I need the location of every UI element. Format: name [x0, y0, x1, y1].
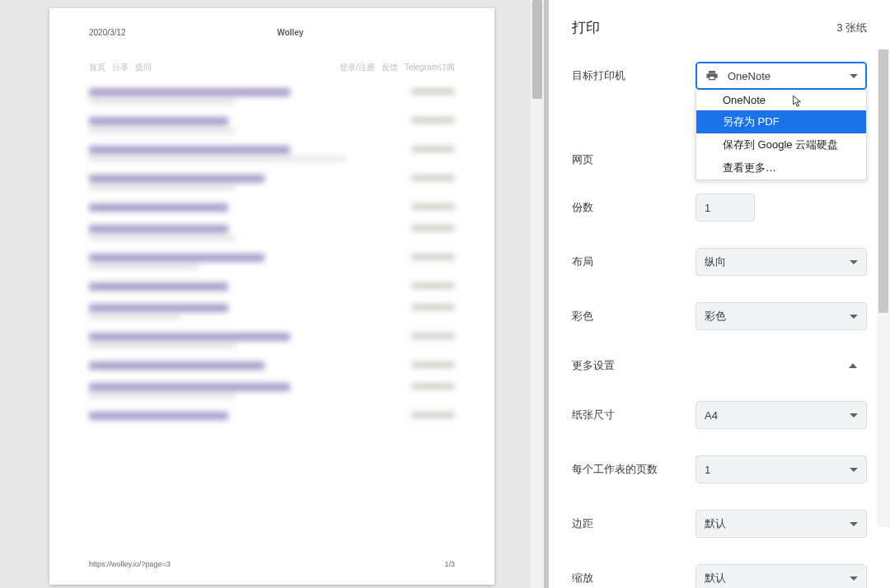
scale-select[interactable]: 默认	[696, 564, 867, 588]
dropdown-item-google-drive[interactable]: 保存到 Google 云端硬盘	[696, 133, 866, 156]
panel-heading: 打印	[572, 18, 600, 37]
page-date: 2020/3/12	[89, 28, 126, 37]
footer-page-number: 1/3	[444, 560, 455, 568]
color-label: 彩色	[572, 309, 696, 324]
layout-value: 纵向	[705, 254, 726, 269]
nav-feedback: 反馈	[382, 62, 398, 73]
caret-down-icon	[850, 576, 858, 581]
caret-down-icon	[850, 522, 858, 526]
footer-url: https://wolley.io/?page=3	[89, 560, 171, 568]
row-copies: 份数	[572, 180, 880, 235]
blurred-content	[89, 88, 455, 420]
nav-telegram: Telegram订阅	[405, 62, 455, 73]
copies-label: 份数	[572, 200, 696, 215]
per-sheet-label: 每个工作表的页数	[572, 462, 696, 477]
preview-page: 2020/3/12 Wolley 首页 分享 提问 登录/注册 反馈 Teleg…	[49, 8, 494, 585]
dropdown-item-onenote[interactable]: OneNote	[696, 90, 866, 110]
margins-select[interactable]: 默认	[696, 510, 867, 538]
margins-value: 默认	[705, 516, 726, 531]
page-title: Wolley	[277, 28, 303, 37]
color-value: 彩色	[705, 309, 726, 324]
row-per-sheet: 每个工作表的页数 1	[572, 442, 880, 497]
nav-share: 分享	[112, 62, 129, 73]
destination-dropdown[interactable]: OneNote 另存为 PDF 保存到 Google 云端硬盘 查看更多…	[696, 90, 867, 180]
per-sheet-select[interactable]: 1	[696, 455, 867, 483]
row-paper: 纸张尺寸 A4	[572, 388, 880, 442]
row-destination: 目标打印机 OneNote OneNote 另存为 PDF 保存到 Google…	[572, 49, 880, 103]
more-settings-label: 更多设置	[572, 358, 615, 373]
dropdown-item-save-as-pdf[interactable]: 另存为 PDF	[696, 110, 866, 133]
caret-down-icon	[850, 260, 858, 264]
more-settings-toggle[interactable]: 更多设置	[572, 343, 880, 388]
panel-body: 目标打印机 OneNote OneNote 另存为 PDF 保存到 Google…	[549, 44, 890, 588]
printer-icon	[705, 69, 719, 82]
caret-down-icon	[850, 315, 858, 319]
panel-scrollbar-thumb[interactable]	[878, 49, 888, 313]
sheet-count: 3 张纸	[836, 21, 867, 35]
color-select[interactable]: 彩色	[696, 302, 867, 330]
layout-select[interactable]: 纵向	[696, 248, 867, 276]
paper-select[interactable]: A4	[696, 401, 867, 429]
panel-header: 打印 3 张纸	[549, 0, 890, 44]
layout-label: 布局	[572, 254, 696, 269]
caret-down-icon	[850, 74, 858, 78]
row-scale: 缩放 默认	[572, 551, 880, 588]
print-panel: 打印 3 张纸 目标打印机 OneNote OneNote 另存为 PDF 保存…	[549, 0, 890, 588]
caret-down-icon	[850, 413, 858, 418]
scale-label: 缩放	[572, 571, 696, 586]
preview-scrollbar-thumb[interactable]	[532, 0, 542, 99]
row-color: 彩色 彩色	[572, 289, 880, 343]
paper-value: A4	[705, 409, 718, 422]
scale-value: 默认	[705, 571, 726, 586]
panel-scrollbar[interactable]	[877, 49, 890, 527]
pages-label: 网页	[572, 152, 696, 167]
nav-ask: 提问	[135, 62, 152, 73]
nav-login: 登录/注册	[340, 62, 375, 73]
margins-label: 边距	[572, 516, 696, 531]
destination-select[interactable]: OneNote	[696, 62, 867, 90]
print-preview-pane: 2020/3/12 Wolley 首页 分享 提问 登录/注册 反馈 Teleg…	[0, 0, 544, 588]
dropdown-item-see-more[interactable]: 查看更多…	[696, 156, 866, 180]
page-nav: 首页 分享 提问 登录/注册 反馈 Telegram订阅	[89, 62, 455, 73]
per-sheet-value: 1	[705, 464, 710, 476]
chevron-up-icon	[849, 363, 857, 368]
row-margins: 边距 默认	[572, 497, 880, 551]
paper-label: 纸张尺寸	[572, 408, 696, 422]
nav-home: 首页	[89, 62, 105, 73]
copies-input[interactable]	[696, 194, 755, 222]
destination-label: 目标打印机	[572, 68, 696, 83]
row-layout: 布局 纵向	[572, 235, 880, 289]
page-header: 2020/3/12 Wolley	[89, 28, 455, 37]
page-footer: https://wolley.io/?page=3 1/3	[89, 560, 455, 568]
preview-scrollbar[interactable]	[531, 0, 544, 588]
caret-down-icon	[850, 468, 858, 472]
destination-value: OneNote	[728, 70, 771, 82]
